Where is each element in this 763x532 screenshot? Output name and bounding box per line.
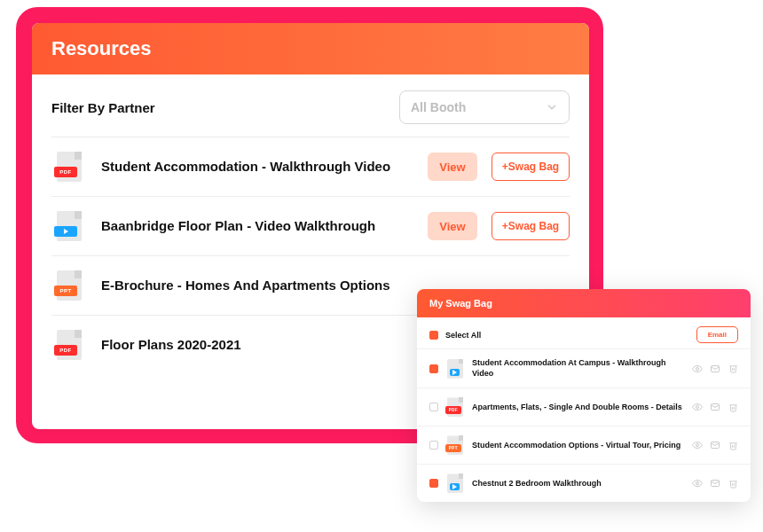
swag-item-title: Chestnut 2 Bedroom Walkthrough	[472, 479, 683, 489]
item-checkbox[interactable]	[429, 403, 438, 411]
delete-icon[interactable]	[728, 364, 738, 374]
filter-label: Filter By Partner	[51, 100, 155, 115]
resource-row: Baanbridge Floor Plan - Video Walkthroug…	[32, 197, 589, 255]
swag-item-title: Apartments, Flats, - Single And Double R…	[472, 403, 683, 413]
swag-item-row: Chestnut 2 Bedroom Walkthrough	[417, 464, 751, 502]
ppt-file-icon: PPT	[57, 270, 82, 301]
swag-bag-panel: My Swag Bag Select All Email Student Acc…	[417, 289, 751, 502]
swag-item-actions	[692, 402, 738, 412]
video-file-icon	[447, 359, 463, 379]
view-button[interactable]: View	[428, 212, 477, 240]
pdf-file-icon: PDF	[57, 330, 82, 360]
email-icon[interactable]	[710, 364, 720, 374]
swag-item-row: PPT Student Accommodation Options - Virt…	[417, 426, 751, 464]
view-button[interactable]: View	[428, 153, 477, 181]
filter-row: Filter By Partner All Booth	[32, 74, 589, 137]
item-checkbox[interactable]	[429, 479, 438, 488]
email-icon[interactable]	[710, 402, 720, 412]
view-icon[interactable]	[692, 478, 703, 489]
swag-bag-toolbar: Select All Email	[417, 317, 751, 348]
email-button[interactable]: Email	[696, 326, 738, 343]
video-file-icon	[447, 473, 463, 493]
booth-dropdown-value: All Booth	[411, 100, 466, 114]
email-icon[interactable]	[710, 478, 720, 489]
pdf-file-icon: PDF	[447, 397, 463, 417]
swag-item-row: Student Accommodation At Campus - Walkth…	[417, 348, 751, 387]
swag-item-actions	[692, 478, 738, 489]
delete-icon[interactable]	[728, 478, 738, 489]
item-checkbox[interactable]	[429, 441, 438, 450]
chevron-down-icon	[546, 101, 558, 113]
view-icon[interactable]	[692, 440, 703, 450]
email-icon[interactable]	[710, 440, 720, 450]
select-all[interactable]: Select All	[429, 331, 481, 340]
ppt-file-icon: PPT	[447, 435, 463, 455]
svg-point-2	[696, 406, 699, 409]
add-swag-bag-button[interactable]: +Swag Bag	[492, 153, 570, 181]
svg-point-4	[696, 444, 699, 447]
swag-item-title: Student Accommodation Options - Virtual …	[472, 441, 683, 451]
item-checkbox[interactable]	[429, 364, 438, 373]
add-swag-bag-button[interactable]: +Swag Bag	[492, 212, 570, 240]
swag-item-title: Student Accommodation At Campus - Walkth…	[472, 358, 683, 379]
view-icon[interactable]	[692, 364, 703, 374]
resource-title: Baanbridge Floor Plan - Video Walkthroug…	[101, 217, 413, 235]
resource-row: PDF Student Accommodation - Walkthrough …	[32, 137, 589, 196]
delete-icon[interactable]	[728, 402, 738, 412]
video-file-icon	[57, 211, 82, 241]
select-all-checkbox[interactable]	[429, 331, 438, 340]
select-all-label: Select All	[445, 331, 481, 340]
swag-item-row: PDF Apartments, Flats, - Single And Doub…	[417, 387, 751, 426]
svg-point-0	[696, 367, 699, 370]
resource-title: Student Accommodation - Walkthrough Vide…	[101, 158, 413, 176]
swag-item-actions	[692, 440, 738, 450]
delete-icon[interactable]	[728, 440, 738, 450]
swag-item-actions	[692, 364, 738, 374]
svg-point-6	[696, 482, 699, 485]
resources-header: Resources	[32, 23, 589, 74]
swag-bag-header: My Swag Bag	[417, 289, 751, 317]
view-icon[interactable]	[692, 402, 703, 412]
pdf-file-icon: PDF	[57, 152, 82, 182]
booth-dropdown[interactable]: All Booth	[399, 90, 570, 124]
